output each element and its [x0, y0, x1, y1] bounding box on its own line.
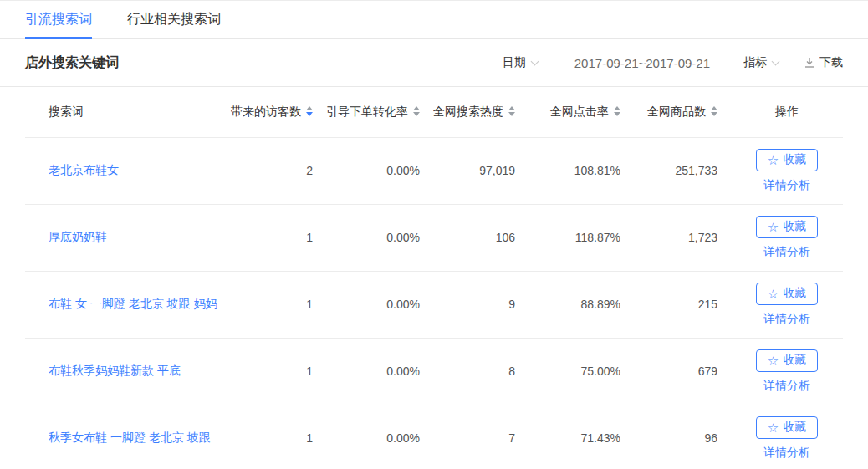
tab-industry-related-search-terms[interactable]: 行业相关搜索词: [127, 1, 221, 38]
tab-traffic-search-terms[interactable]: 引流搜索词: [25, 1, 92, 38]
click_rate-value: 88.89%: [528, 271, 634, 338]
table-header-row: 搜索词带来的访客数引导下单转化率全网搜索热度全网点击率全网商品数操作: [25, 87, 843, 137]
table-body: 老北京布鞋女20.00%97,019108.81%251,733☆收藏详情分析厚…: [25, 137, 843, 469]
table-row: 布鞋秋季妈妈鞋新款 平底10.00%875.00%679☆收藏详情分析: [25, 338, 843, 405]
toolbar-controls: 日期 2017-09-21~2017-09-21 指标 下载: [503, 55, 843, 70]
column-label: 引导下单转化率: [326, 105, 408, 118]
products-value: 96: [634, 405, 731, 469]
star-icon: ☆: [768, 421, 779, 434]
keyword-cell: 老北京布鞋女: [25, 137, 226, 204]
tab-bar: 引流搜索词 行业相关搜索词: [0, 0, 868, 39]
date-dropdown[interactable]: 日期: [503, 55, 538, 70]
star-icon: ☆: [768, 288, 779, 300]
click_rate-value: 108.81%: [528, 137, 634, 204]
column-label: 全网搜索热度: [433, 105, 503, 118]
star-icon: ☆: [768, 154, 779, 166]
column-header: 操作: [731, 87, 843, 137]
keyword-link[interactable]: 秋季女布鞋 一脚蹬 老北京 坡跟: [49, 431, 211, 444]
conversion-value: 0.00%: [326, 338, 433, 405]
sort-icon[interactable]: [614, 106, 620, 116]
favorite-button-label: 收藏: [783, 420, 806, 435]
column-header[interactable]: 全网商品数: [634, 87, 731, 137]
click_rate-value: 118.87%: [528, 204, 634, 271]
chevron-down-icon: [772, 58, 780, 66]
column-label: 全网点击率: [550, 105, 609, 118]
search_heat-value: 97,019: [433, 137, 528, 204]
products-value: 215: [634, 271, 731, 338]
visitors-value: 2: [226, 137, 326, 204]
visitors-value: 1: [226, 271, 326, 338]
detail-analysis-link[interactable]: 详情分析: [731, 312, 843, 327]
table-row: 老北京布鞋女20.00%97,019108.81%251,733☆收藏详情分析: [25, 137, 843, 204]
download-icon: [804, 57, 815, 69]
sort-icon[interactable]: [413, 106, 420, 116]
favorite-button-label: 收藏: [783, 219, 806, 234]
chevron-down-icon: [530, 58, 539, 66]
table-row: 秋季女布鞋 一脚蹬 老北京 坡跟10.00%771.43%96☆收藏详情分析: [25, 405, 843, 469]
favorite-button[interactable]: ☆收藏: [756, 149, 818, 171]
sort-icon[interactable]: [306, 106, 313, 116]
column-header[interactable]: 全网点击率: [528, 87, 634, 137]
metrics-dropdown[interactable]: 指标: [743, 55, 779, 70]
sort-icon[interactable]: [711, 106, 717, 116]
tab-label: 行业相关搜索词: [127, 11, 221, 28]
favorite-button[interactable]: ☆收藏: [756, 216, 818, 238]
actions-cell: ☆收藏详情分析: [731, 204, 843, 271]
keyword-link[interactable]: 厚底奶奶鞋: [49, 230, 107, 243]
tab-label: 引流搜索词: [25, 11, 92, 28]
keyword-cell: 厚底奶奶鞋: [25, 204, 226, 271]
detail-analysis-link[interactable]: 详情分析: [731, 379, 843, 394]
products-value: 679: [634, 338, 731, 405]
column-label: 全网商品数: [647, 105, 706, 118]
metrics-dropdown-label: 指标: [743, 55, 767, 70]
column-label: 操作: [775, 105, 799, 118]
conversion-value: 0.00%: [326, 137, 433, 204]
keyword-cell: 布鞋 女 一脚蹬 老北京 坡跟 妈妈: [25, 271, 226, 338]
search-keywords-table: 搜索词带来的访客数引导下单转化率全网搜索热度全网点击率全网商品数操作 老北京布鞋…: [25, 87, 843, 469]
conversion-value: 0.00%: [326, 405, 433, 469]
conversion-value: 0.00%: [326, 204, 433, 271]
search_heat-value: 9: [433, 271, 528, 338]
click_rate-value: 75.00%: [528, 338, 634, 405]
search_heat-value: 106: [433, 204, 528, 271]
column-header[interactable]: 引导下单转化率: [326, 87, 433, 137]
page-title: 店外搜索关键词: [25, 54, 119, 72]
visitors-value: 1: [226, 338, 326, 405]
date-range-value: 2017-09-21~2017-09-21: [574, 56, 710, 70]
detail-analysis-link[interactable]: 详情分析: [731, 446, 843, 461]
favorite-button-label: 收藏: [783, 353, 806, 368]
products-value: 251,733: [634, 137, 731, 204]
keyword-link[interactable]: 布鞋 女 一脚蹬 老北京 坡跟 妈妈: [49, 297, 217, 310]
column-label: 带来的访客数: [231, 105, 301, 118]
star-icon: ☆: [768, 354, 779, 367]
download-button[interactable]: 下载: [804, 55, 843, 70]
keyword-link[interactable]: 老北京布鞋女: [49, 163, 119, 176]
actions-cell: ☆收藏详情分析: [731, 271, 843, 338]
column-header[interactable]: 带来的访客数: [226, 87, 326, 137]
date-dropdown-label: 日期: [503, 55, 526, 70]
actions-cell: ☆收藏详情分析: [731, 338, 843, 405]
visitors-value: 1: [226, 204, 326, 271]
actions-cell: ☆收藏详情分析: [731, 405, 843, 469]
section-header: 店外搜索关键词 日期 2017-09-21~2017-09-21 指标 下载: [0, 39, 868, 87]
favorite-button-label: 收藏: [783, 152, 806, 167]
search_heat-value: 7: [433, 405, 528, 469]
table-row: 布鞋 女 一脚蹬 老北京 坡跟 妈妈10.00%988.89%215☆收藏详情分…: [25, 271, 843, 338]
favorite-button[interactable]: ☆收藏: [756, 416, 818, 439]
column-label: 搜索词: [49, 105, 84, 118]
keyword-link[interactable]: 布鞋秋季妈妈鞋新款 平底: [49, 364, 181, 377]
sort-icon[interactable]: [508, 106, 515, 116]
actions-cell: ☆收藏详情分析: [731, 137, 843, 204]
column-header[interactable]: 全网搜索热度: [433, 87, 528, 137]
table-row: 厚底奶奶鞋10.00%106118.87%1,723☆收藏详情分析: [25, 204, 843, 271]
detail-analysis-link[interactable]: 详情分析: [731, 245, 843, 260]
click_rate-value: 71.43%: [528, 405, 634, 469]
favorite-button[interactable]: ☆收藏: [756, 349, 818, 372]
detail-analysis-link[interactable]: 详情分析: [731, 178, 843, 193]
keyword-cell: 布鞋秋季妈妈鞋新款 平底: [25, 338, 226, 405]
search_heat-value: 8: [433, 338, 528, 405]
download-label: 下载: [819, 55, 843, 70]
column-header: 搜索词: [25, 87, 226, 137]
favorite-button[interactable]: ☆收藏: [756, 283, 818, 305]
star-icon: ☆: [768, 221, 779, 233]
